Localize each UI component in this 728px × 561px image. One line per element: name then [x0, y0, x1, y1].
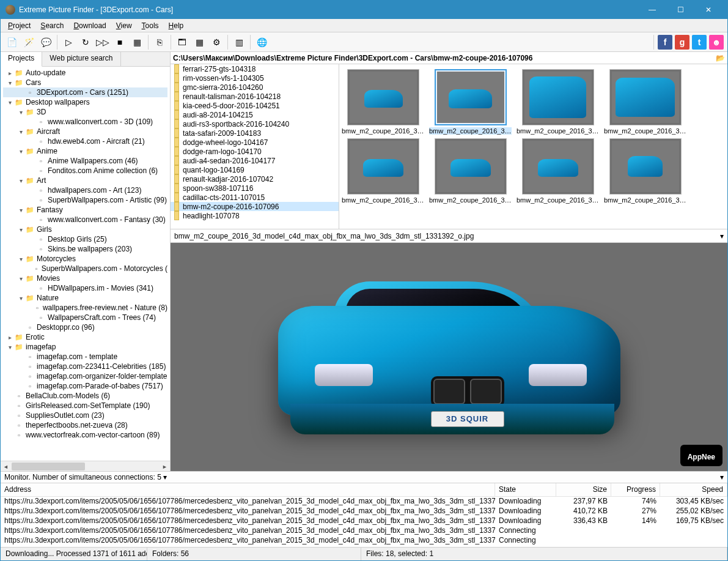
thumbnail[interactable]: bmw_m2_coupe_2016_3d...: [517, 69, 599, 135]
twisty-icon[interactable]: ▾: [17, 177, 25, 184]
menu-view[interactable]: View: [112, 20, 136, 31]
twisty-icon[interactable]: ▾: [17, 128, 25, 135]
twisty-icon[interactable]: ▾: [6, 80, 14, 86]
tree-item[interactable]: ▫www.wallconvert.com - Fantasy (30): [3, 215, 167, 225]
folder-item[interactable]: dodge-ram-logo-104170: [171, 147, 339, 156]
tree-item[interactable]: ▾📁Movies: [3, 273, 167, 283]
tree-item[interactable]: ▫imagefap.com - template: [3, 352, 167, 362]
tree-item[interactable]: ▫theperfectboobs.net-zueva (28): [3, 420, 167, 430]
tree-item[interactable]: ▫hdwallpapers.com - Art (123): [3, 185, 167, 195]
tree-item[interactable]: ▾📁Girls: [3, 225, 167, 234]
tree-item[interactable]: ▾📁Aircraft: [3, 127, 167, 136]
folder-item[interactable]: bmw-m2-coupe-2016-107096: [171, 202, 339, 211]
monitor-bar[interactable]: Monitor. Number of simultaneous connecti…: [1, 471, 727, 483]
menu-tools[interactable]: Tools: [138, 20, 163, 31]
tree-item[interactable]: ▫imagefap.com-organizer-folder-template: [3, 371, 167, 381]
folder-item[interactable]: tata-safari-2009-104183: [171, 128, 339, 138]
comment-button[interactable]: 💬: [39, 35, 53, 50]
folder-item[interactable]: audi-rs3-sportback-2016-104240: [171, 119, 339, 128]
tree-item[interactable]: ▫wallpapers.free-review.net - Nature (8): [3, 303, 167, 313]
tree-item[interactable]: ▾📁Fantasy: [3, 205, 167, 215]
new-window-button[interactable]: 🗔: [175, 35, 189, 50]
folder-item[interactable]: headlight-107078: [171, 211, 339, 220]
menu-download[interactable]: Download: [70, 20, 109, 31]
tree-item[interactable]: ▫SuperbWallpapers.com - Motorcycles (: [3, 264, 167, 273]
new-project-button[interactable]: 📄: [4, 35, 19, 50]
folder-item[interactable]: quant-logo-104169: [171, 165, 339, 174]
folder-item[interactable]: spoon-sw388-107116: [171, 184, 339, 193]
tree-item[interactable]: ▫BellaClub.com-Models (6): [3, 391, 167, 401]
twisty-icon[interactable]: ▸: [6, 70, 14, 76]
close-button[interactable]: ✕: [694, 1, 722, 19]
google-icon[interactable]: g: [675, 35, 689, 50]
project-tree[interactable]: ▸📁Auto-update▾📁Cars▫3DExport.com - Cars …: [1, 67, 170, 461]
tree-item[interactable]: ▫WallpapersCraft.com - Trees (74): [3, 313, 167, 322]
thumbnail[interactable]: bmw_m2_coupe_2016_3d...: [517, 138, 599, 204]
tree-item[interactable]: ▫Desktop Girls (25): [3, 234, 167, 244]
tree-item[interactable]: ▫Desktoppr.co (96): [3, 322, 167, 332]
tree-h-scrollbar[interactable]: ◄►: [1, 461, 170, 471]
tree-item[interactable]: ▫SuperbWallpapers.com - Artistic (99): [3, 195, 167, 205]
skip-button[interactable]: ▷▷: [95, 35, 110, 50]
preview-filename-bar[interactable]: bmw_m2_coupe_2016_3d_model_c4d_max_obj_f…: [171, 229, 727, 243]
play-button[interactable]: ▷: [61, 35, 76, 50]
tree-item[interactable]: ▾📁3D: [3, 107, 167, 117]
folder-item[interactable]: renault-kadjar-2016-107042: [171, 174, 339, 184]
chevron-down-icon[interactable]: ▾: [720, 232, 724, 240]
thumbnail[interactable]: bmw_m2_coupe_2016_3d...: [429, 138, 512, 204]
thumbnail[interactable]: bmw_m2_coupe_2016_3d...: [342, 69, 424, 135]
tree-item[interactable]: ▸📁Erotic: [3, 332, 167, 342]
globe-button[interactable]: 🌐: [254, 35, 269, 50]
tree-item[interactable]: ▾📁Desktop wallpapers: [3, 97, 167, 107]
folder-item[interactable]: dodge-wheel-logo-104167: [171, 138, 339, 147]
thumbnail[interactable]: bmw_m2_coupe_2016_3d...: [429, 69, 512, 135]
folder-item[interactable]: kia-ceed-5-door-2016-104251: [171, 101, 339, 110]
twisty-icon[interactable]: ▾: [17, 148, 25, 155]
tab-projects[interactable]: Projects: [1, 52, 42, 67]
folder-item[interactable]: cadillac-cts-2011-107015: [171, 193, 339, 202]
folder-item[interactable]: gmc-sierra-2016-104260: [171, 83, 339, 92]
download-row[interactable]: https://ru.3dexport.com/items/2005/05/06…: [1, 526, 727, 536]
tree-item[interactable]: ▫Skins.be wallpapers (203): [3, 244, 167, 254]
twisty-icon[interactable]: ▸: [6, 334, 14, 341]
stop-button[interactable]: ■: [112, 35, 127, 50]
wizard-button[interactable]: 🪄: [21, 35, 36, 50]
tree-item[interactable]: ▫www.vectorfreak.com-vector-cartoon (89): [3, 430, 167, 440]
tree-item[interactable]: ▾📁Motorcycles: [3, 254, 167, 264]
download-row[interactable]: https://ru.3dexport.com/items/2005/05/06…: [1, 516, 727, 526]
tree-item[interactable]: ▾📁Cars: [3, 78, 167, 87]
twisty-icon[interactable]: ▾: [6, 344, 14, 351]
thumbnail[interactable]: bmw_m2_coupe_2016_3d...: [342, 138, 424, 204]
tree-item[interactable]: ▾📁Nature: [3, 293, 167, 303]
folder-item[interactable]: rim-vossen-vfs-1-104305: [171, 73, 339, 83]
stop-all-button[interactable]: ▦: [130, 35, 144, 50]
twisty-icon[interactable]: ▾: [17, 226, 25, 233]
download-row[interactable]: https://ru.3dexport.com/items/2005/05/06…: [1, 507, 727, 516]
twisty-icon[interactable]: ▾: [17, 109, 25, 116]
tree-item[interactable]: ▫imagefap.com-Parade-of-babes (7517): [3, 381, 167, 391]
open-folder-icon[interactable]: 📂: [716, 54, 725, 62]
facebook-icon[interactable]: f: [658, 35, 672, 50]
minimize-button[interactable]: —: [638, 1, 666, 19]
folder-item[interactable]: audi-a8-2014-104215: [171, 110, 339, 119]
tree-item[interactable]: ▾📁Anime: [3, 146, 167, 156]
tree-item[interactable]: ▫Fonditos.com Anime collection (6): [3, 166, 167, 176]
download-row[interactable]: https://ru.3dexport.com/items/2005/05/06…: [1, 497, 727, 507]
menu-search[interactable]: Search: [37, 20, 67, 31]
tree-item[interactable]: ▫imagefap.com-223411-Celebrities (185): [3, 362, 167, 371]
folder-item[interactable]: audi-a4-sedan-2016-104177: [171, 156, 339, 165]
tab-web-picture-search[interactable]: Web picture search: [42, 52, 120, 66]
reload-button[interactable]: ↻: [78, 35, 93, 50]
tree-item[interactable]: ▫www.wallconvert.com - 3D (109): [3, 117, 167, 127]
tree-item[interactable]: ▫Anime Wallpapers.com (46): [3, 156, 167, 166]
tree-item[interactable]: ▫hdw.eweb4.com - Aircraft (21): [3, 136, 167, 146]
menu-project[interactable]: Project: [4, 20, 34, 31]
menu-help[interactable]: Help: [165, 20, 188, 31]
thumbnail[interactable]: bmw_m2_coupe_2016_3d...: [604, 138, 686, 204]
twisty-icon[interactable]: ▾: [17, 256, 25, 262]
twisty-icon[interactable]: ▾: [17, 207, 25, 214]
tree-item[interactable]: ▫GirlsReleased.com-SetTemplate (190): [3, 401, 167, 411]
face-icon[interactable]: ☻: [709, 35, 724, 50]
twitter-icon[interactable]: t: [692, 35, 707, 50]
twisty-icon[interactable]: ▾: [17, 295, 25, 302]
